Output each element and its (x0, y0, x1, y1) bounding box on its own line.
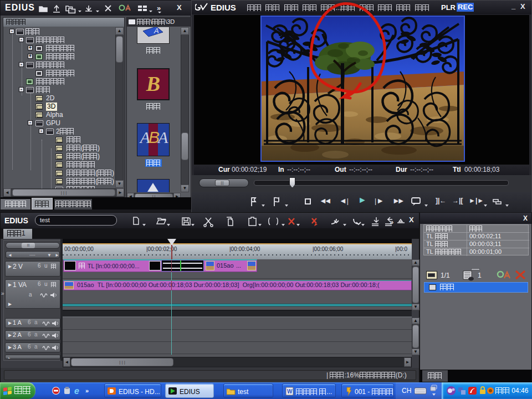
svg-text:W: W (287, 388, 293, 395)
svg-text:»: » (157, 4, 161, 12)
svg-text:A: A (154, 27, 159, 35)
svg-text:»: » (85, 387, 89, 394)
svg-text:e: e (74, 386, 79, 396)
svg-text:»: » (390, 218, 393, 226)
